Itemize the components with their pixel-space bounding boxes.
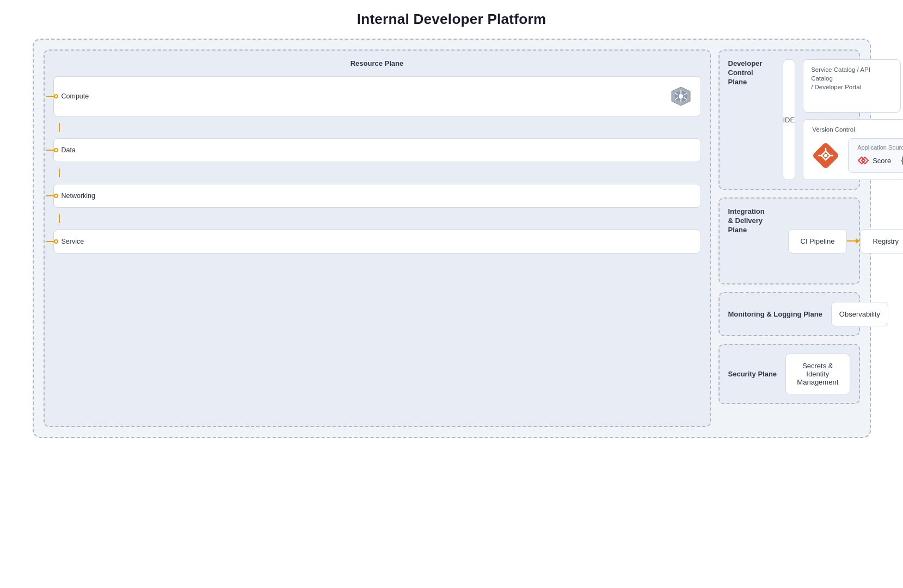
compute-connector: [46, 94, 58, 98]
workloads-item: { } Workloads: [900, 155, 903, 166]
developer-control-plane: DeveloperControlPlane IDE Service Catalo…: [718, 49, 860, 190]
app-source-label: Application Source Code: [857, 144, 903, 151]
dev-control-right: Service Catalog / API Catalog/ Developer…: [803, 59, 903, 180]
workloads-icon: { }: [900, 155, 903, 166]
resource-plane-label: Resource Plane: [53, 59, 701, 67]
left-column: DeveloperControlPlane IDE Service Catalo…: [718, 49, 860, 404]
data-label: Data: [62, 146, 76, 154]
resource-networking: Networking: [53, 184, 701, 208]
resource-compute: Compute: [53, 76, 701, 116]
app-source-items: Score { } Workloads: [857, 155, 903, 166]
res-vconn-1: [53, 123, 701, 132]
ide-box: IDE: [783, 59, 796, 180]
score-label: Score: [873, 157, 891, 165]
networking-label: Networking: [62, 192, 96, 200]
registry-box: Registry: [860, 229, 903, 253]
service-catalog-box: Service Catalog / API Catalog/ Developer…: [803, 59, 901, 113]
resource-plane: Resource Plane Compute: [44, 49, 711, 427]
ci-registry-connector: [847, 238, 860, 244]
resource-service: Service: [53, 230, 701, 253]
integration-label: Integration& Delivery Plane: [728, 207, 777, 235]
res-vconn-3: [53, 214, 701, 223]
service-label: Service: [62, 238, 84, 245]
compute-label: Compute: [62, 92, 89, 100]
integration-delivery-plane: Integration& Delivery Plane CI Pipeline …: [718, 197, 860, 284]
res-vconn-2: [53, 169, 701, 177]
dev-control-label: DeveloperControlPlane: [728, 59, 777, 87]
score-icon: [857, 155, 869, 166]
monitoring-label: Monitoring & Logging Plane: [728, 310, 822, 318]
security-plane: Security Plane Secrets & Identity Manage…: [718, 344, 860, 404]
version-control-header: Version Control: [812, 126, 903, 133]
data-connector: [46, 148, 58, 152]
dev-control-inner: IDE Service Catalog / API Catalog/ Devel…: [783, 59, 850, 180]
service-catalog-label: Service Catalog / API Catalog/ Developer…: [811, 66, 870, 90]
page-title: Internal Developer Platform: [357, 11, 546, 28]
service-catalog-row: Service Catalog / API Catalog/ Developer…: [803, 59, 903, 113]
ide-label: IDE: [783, 116, 795, 124]
security-label: Security Plane: [728, 370, 777, 378]
git-icon: [812, 142, 839, 169]
svg-point-28: [679, 94, 683, 98]
version-control-box: Version Control: [803, 119, 903, 180]
ci-pipeline-box: CI Pipeline: [788, 229, 847, 253]
app-source-box: Application Source Code Score: [848, 138, 903, 173]
score-item: Score: [857, 155, 891, 166]
secrets-box: Secrets & Identity Management: [785, 354, 850, 394]
source-boxes: Application Source Code Score: [848, 138, 903, 173]
monitoring-plane: Monitoring & Logging Plane Observability: [718, 292, 860, 336]
resource-data: Data: [53, 138, 701, 162]
integration-items: CI Pipeline Registry: [788, 208, 904, 274]
kubernetes-icon: [669, 84, 693, 108]
networking-connector: [46, 194, 58, 198]
observability-box: Observability: [831, 302, 888, 326]
version-control-inner: Application Source Code Score: [812, 138, 903, 173]
main-diagram: DeveloperControlPlane IDE Service Catalo…: [33, 39, 871, 438]
svg-point-18: [824, 154, 827, 157]
service-connector: [46, 239, 58, 244]
